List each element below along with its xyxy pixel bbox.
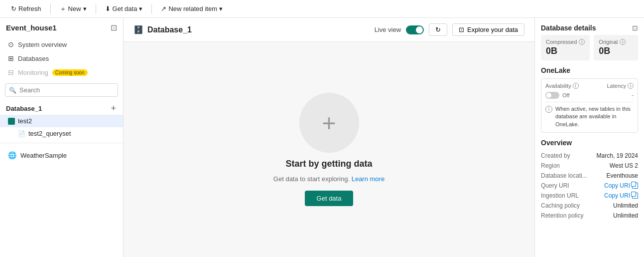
learn-more-link[interactable]: Learn more [352,175,385,183]
sidebar: Event_house1 ⊡ ⊙ System overview ⊞ Datab… [0,18,124,257]
top-toolbar: ↻ Refresh ＋ New ▾ ⬇ Get data ▾ ↗ New rel… [0,0,644,18]
sidebar-search: 🔍 [5,83,118,97]
original-box: Original i 0B [594,35,638,60]
queryset-icon: 📄 [18,130,25,137]
new-related-button[interactable]: ↗ New related item ▾ [156,3,228,14]
overview-title: Overview [541,139,638,147]
content-title: Database_1 [147,25,192,34]
copy-icon [632,193,638,199]
sidebar-item-label: test2 [18,117,32,125]
availability-info-icon[interactable]: i [573,83,579,89]
sidebar-title: Event_house1 [6,23,57,32]
availability-toggle-row: Off [545,92,569,99]
get-data-button[interactable]: Get data [305,191,354,206]
refresh-label: Refresh [18,5,41,12]
sidebar-item-label: System overview [18,41,67,48]
sidebar-item-system-overview[interactable]: ⊙ System overview [0,37,123,51]
latency-label: Latency i [607,83,634,89]
refresh-icon: ↻ [11,5,16,12]
database-icon: 🗄️ [133,25,143,34]
compressed-value: 0B [546,46,585,56]
compressed-box: Compressed i 0B [541,35,590,60]
overview-row: Created byMarch, 19 2024 [541,151,638,161]
coming-soon-badge: Coming soon [52,69,88,76]
sidebar-item-label: Monitoring [18,69,48,76]
onelake-toggle[interactable] [545,92,559,99]
explore-data-button[interactable]: ⊡ Explore your data [452,23,524,36]
new-related-icon: ↗ [161,5,166,12]
sidebar-section-header: Database_1 + [0,100,123,115]
overview-value: Unlimited [613,212,638,219]
storage-row: Compressed i 0B Original i 0B [541,35,638,60]
right-panel: Database details ⊡ Compressed i 0B Origi… [534,18,644,257]
original-label: Original i [599,39,633,45]
expand-icon[interactable]: ⊡ [632,24,638,32]
databases-icon: ⊞ [8,54,14,62]
onelake-info-row: i When active, new tables in this databa… [545,102,634,128]
overview-key: Region [541,162,560,169]
start-title: Start by getting data [285,159,372,169]
overview-row: Ingestion URLCopy URI [541,191,638,201]
sidebar-bottom-item-label: WeatherSample [20,152,67,159]
onelake-section: OneLake Availability i Latency i Off [541,66,638,133]
overview-row: Caching policyUnlimited [541,201,638,211]
overview-value[interactable]: Copy URI [604,182,638,189]
overview-key: Caching policy [541,202,580,209]
plus-icon: ＋ [60,4,66,13]
live-view-toggle[interactable] [406,25,424,34]
overview-section: Overview Created byMarch, 19 2024RegionW… [541,139,638,221]
overview-key: Ingestion URL [541,192,579,199]
sidebar-item-label: Databases [18,55,49,62]
compressed-info-icon[interactable]: i [579,39,585,45]
sidebar-expand-button[interactable]: ⊡ [111,23,117,32]
off-label: Off [562,92,569,98]
get-data-label: Get data [113,5,137,12]
new-label: New [68,5,81,12]
availability-label: Availability i [545,83,579,89]
content-header: 🗄️ Database_1 Live view ↻ ⊡ Explore your… [124,18,534,42]
overview-value: Unlimited [613,202,638,209]
overview-value: Eventhouse [607,172,638,179]
new-button[interactable]: ＋ New ▾ [55,2,92,15]
latency-info-icon[interactable]: i [628,83,634,89]
get-data-toolbar-button[interactable]: ⬇ Get data ▾ [100,3,148,14]
overview-value: March, 19 2024 [597,152,638,159]
panel-section-header: Database details ⊡ [541,24,638,32]
chevron-down-icon-2: ▾ [139,5,142,12]
overview-rows: Created byMarch, 19 2024RegionWest US 2D… [541,151,638,221]
overview-key: Created by [541,152,570,159]
onelake-info-circle-icon: i [545,106,552,113]
system-overview-icon: ⊙ [8,40,14,48]
start-subtitle: Get data to start exploring. Learn more [273,175,385,183]
sidebar-divider [0,143,123,143]
sidebar-item-databases[interactable]: ⊞ Databases [0,51,123,65]
refresh-circle-icon: ↻ [435,26,441,33]
explore-icon: ⊡ [459,26,464,33]
content-body: + Start by getting data Get data to star… [124,42,534,257]
overview-row: RegionWest US 2 [541,161,638,171]
weather-icon: 🌐 [8,151,16,159]
new-related-label: New related item [168,5,217,12]
refresh-button[interactable]: ↻ Refresh [6,3,46,14]
sidebar-add-button[interactable]: + [110,104,117,113]
main-content: 🗄️ Database_1 Live view ↻ ⊡ Explore your… [124,18,534,257]
sidebar-section-title: Database_1 [6,105,42,112]
add-data-circle[interactable]: + [299,93,359,153]
overview-key: Query URI [541,182,569,189]
sidebar-item-test2[interactable]: test2 [0,115,123,127]
original-info-icon[interactable]: i [620,39,626,45]
content-refresh-button[interactable]: ↻ [429,23,447,36]
start-sub-text: Get data to start exploring. [273,175,350,183]
sidebar-item-monitoring: ⊟ Monitoring Coming soon [0,65,123,79]
toolbar-separator-2 [96,4,96,14]
sidebar-item-test2-queryset[interactable]: 📄 test2_queryset [0,127,123,140]
search-wrap: 🔍 [5,83,118,97]
onelake-box: Availability i Latency i Off - [541,78,638,133]
overview-value[interactable]: Copy URI [604,192,638,199]
get-data-icon: ⬇ [105,5,111,12]
explore-label: Explore your data [467,26,518,33]
toolbar-separator-3 [151,4,152,14]
search-input[interactable] [5,83,118,97]
search-icon: 🔍 [9,87,16,94]
sidebar-item-weather-sample[interactable]: 🌐 WeatherSample [0,148,123,162]
